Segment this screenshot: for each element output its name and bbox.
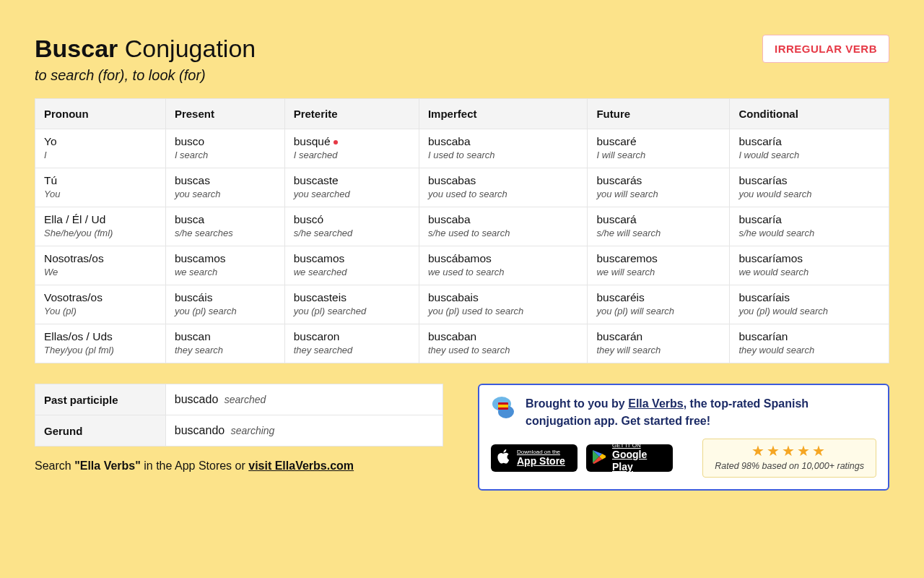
search-note: Search "Ella Verbs" in the App Stores or… (35, 460, 443, 473)
conjugation-cell: buscabaisyou (pl) used to search (419, 285, 587, 324)
title-suffix: Conjugation (118, 35, 256, 62)
irregular-badge: IRREGULAR VERB (762, 35, 889, 63)
play-icon (592, 449, 606, 467)
search-quote: "Ella Verbs" (74, 460, 141, 472)
conjugation-cell: buscabaI used to search (419, 129, 587, 168)
pronoun-cell: Vosotras/osYou (pl) (35, 285, 166, 324)
participle-value: buscando searching (165, 415, 443, 447)
verb-translation: to search (for), to look (for) (35, 67, 256, 84)
conjugation-cell: buscamoswe searched (284, 246, 419, 285)
conjugation-cell: buscarásyou will search (588, 168, 730, 207)
pronoun-cell: Nosotras/osWe (35, 246, 166, 285)
promo-text: Brought to you by Ella Verbs, the top-ra… (526, 395, 876, 430)
conjugation-cell: buscaránthey will search (588, 324, 730, 363)
conjugation-cell: buscasteisyou (pl) searched (284, 285, 419, 324)
participles-table: Past participlebuscado searchedGerundbus… (35, 384, 443, 447)
conjugation-cell: buscamoswe search (165, 246, 284, 285)
participle-row: Past participlebuscado searched (35, 384, 443, 415)
conjugation-cell: buscoI search (165, 129, 284, 168)
appstore-button[interactable]: Download on the App Store (491, 444, 578, 472)
conjugation-cell: buscaríamoswe would search (730, 246, 889, 285)
stars-icon: ★★★★★ (715, 444, 864, 458)
irregular-dot-icon (334, 140, 338, 144)
table-row: Vosotras/osYou (pl)buscáisyou (pl) searc… (35, 285, 889, 324)
conjugation-cell: buscáisyou (pl) search (165, 285, 284, 324)
conjugation-cell: buscaréI will search (588, 129, 730, 168)
conjugation-cell: buscasyou search (165, 168, 284, 207)
participle-label: Gerund (35, 415, 166, 447)
conjugation-cell: busquéI searched (284, 129, 419, 168)
visit-link[interactable]: visit EllaVerbs.com (248, 460, 354, 472)
participle-value: buscado searched (165, 384, 443, 415)
promo-box: Brought to you by Ella Verbs, the top-ra… (478, 384, 889, 491)
conjugation-cell: buscaríanthey would search (730, 324, 889, 363)
conjugation-table: PronounPresentPreteriteImperfectFutureCo… (35, 98, 889, 363)
conjugation-cell: buscaríasyou would search (730, 168, 889, 207)
googleplay-button[interactable]: GET IT ON Google Play (586, 444, 673, 472)
conjugation-cell: buscabas/he used to search (419, 207, 587, 246)
pronoun-cell: TúYou (35, 168, 166, 207)
verb-name: Buscar (35, 35, 118, 62)
pronoun-cell: YoI (35, 129, 166, 168)
conjugation-cell: buscarías/he would search (730, 207, 889, 246)
table-row: YoIbuscoI searchbusquéI searchedbuscabaI… (35, 129, 889, 168)
conjugation-cell: buscabanthey used to search (419, 324, 587, 363)
app-icon (491, 395, 517, 421)
table-row: Ellas/os / UdsThey/you (pl fml)buscanthe… (35, 324, 889, 363)
conjugation-cell: buscaríaI would search (730, 129, 889, 168)
table-row: TúYoubuscasyou searchbuscasteyou searche… (35, 168, 889, 207)
apple-icon (497, 449, 511, 467)
conjugation-cell: buscaremoswe will search (588, 246, 730, 285)
conjugation-cell: buscaréisyou (pl) will search (588, 285, 730, 324)
pronoun-cell: Ella / Él / UdShe/he/you (fml) (35, 207, 166, 246)
conjugation-cell: buscasteyou searched (284, 168, 419, 207)
rating-text: Rated 98% based on 10,000+ ratings (715, 461, 864, 471)
table-row: Ella / Él / UdShe/he/you (fml)buscas/he … (35, 207, 889, 246)
participle-row: Gerundbuscando searching (35, 415, 443, 447)
ella-verbs-link[interactable]: Ella Verbs (628, 397, 684, 410)
pronoun-cell: Ellas/os / UdsThey/you (pl fml) (35, 324, 166, 363)
table-header: Preterite (284, 99, 419, 129)
conjugation-cell: buscarás/he will search (588, 207, 730, 246)
table-row: Nosotras/osWebuscamoswe searchbuscamoswe… (35, 246, 889, 285)
table-header: Conditional (730, 99, 889, 129)
conjugation-cell: buscaronthey searched (284, 324, 419, 363)
page-title: Buscar Conjugation (35, 35, 256, 63)
table-header: Imperfect (419, 99, 587, 129)
table-header: Present (165, 99, 284, 129)
conjugation-cell: buscas/he searches (165, 207, 284, 246)
conjugation-cell: buscanthey search (165, 324, 284, 363)
conjugation-cell: buscabasyou used to search (419, 168, 587, 207)
rating-box: ★★★★★ Rated 98% based on 10,000+ ratings (702, 439, 876, 478)
conjugation-cell: buscábamoswe used to search (419, 246, 587, 285)
participle-label: Past participle (35, 384, 166, 415)
conjugation-cell: buscós/he searched (284, 207, 419, 246)
conjugation-cell: buscaríaisyou (pl) would search (730, 285, 889, 324)
table-header: Pronoun (35, 99, 166, 129)
table-header: Future (588, 99, 730, 129)
